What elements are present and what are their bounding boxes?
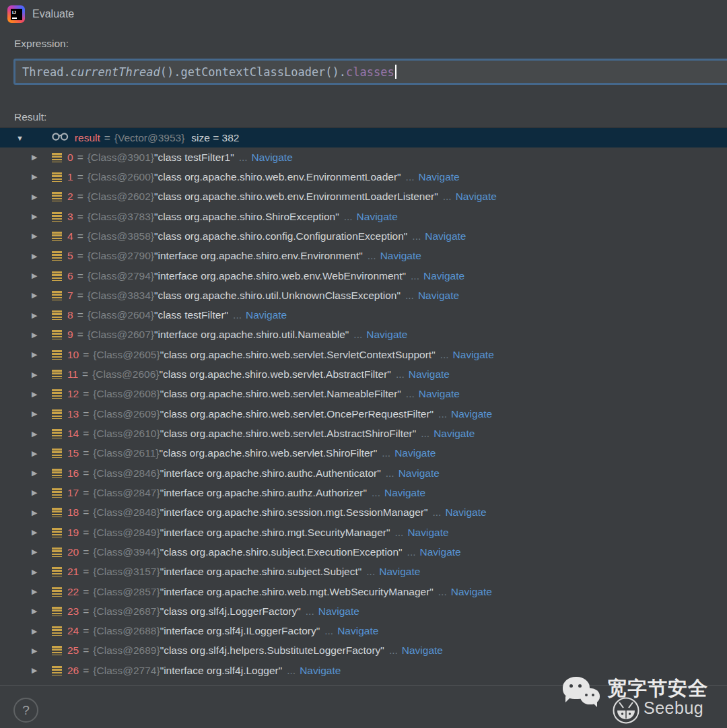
navigate-link[interactable]: Navigate	[384, 487, 425, 499]
expand-arrow-icon[interactable]: ▶	[32, 370, 42, 379]
variable-row[interactable]: ▶ 16 = {Class@2846} "interface org.apach…	[0, 463, 727, 483]
navigate-link[interactable]: Navigate	[445, 506, 486, 519]
navigate-link[interactable]: Navigate	[409, 368, 450, 380]
variable-row[interactable]: ▶ 6 = {Class@2794} "interface org.apache…	[0, 266, 727, 286]
expand-arrow-icon[interactable]: ▶	[32, 153, 42, 162]
ellipsis-text: ...	[361, 684, 378, 686]
equals-sign: =	[79, 447, 93, 459]
expand-arrow-icon[interactable]: ▶	[32, 627, 42, 636]
navigate-link[interactable]: Navigate	[425, 230, 466, 242]
expand-arrow-icon[interactable]: ▶	[32, 430, 42, 438]
element-index: 25	[67, 644, 79, 657]
variable-row[interactable]: ▶ 13 = {Class@2609} "class org.apache.sh…	[0, 404, 727, 424]
equals-sign: =	[79, 349, 93, 361]
expand-arrow-icon[interactable]: ▶	[32, 232, 42, 240]
navigate-link[interactable]: Navigate	[418, 290, 459, 302]
navigate-link[interactable]: Navigate	[420, 546, 461, 558]
result-root-row[interactable]: ▼ result = {Vector@3953} size = 382	[0, 128, 727, 147]
expand-arrow-icon[interactable]: ▶	[32, 172, 42, 181]
navigate-link[interactable]: Navigate	[246, 309, 287, 321]
expand-arrow-icon[interactable]: ▶	[32, 409, 42, 418]
navigate-link[interactable]: Navigate	[419, 388, 460, 400]
navigate-link[interactable]: Navigate	[366, 329, 407, 341]
expand-arrow-icon[interactable]: ▶	[32, 469, 42, 477]
navigate-link[interactable]: Navigate	[434, 428, 475, 440]
navigate-link[interactable]: Navigate	[451, 408, 492, 420]
variable-row[interactable]: ▶ 23 = {Class@2687} "class org.slf4j.Log…	[0, 601, 727, 621]
collapse-arrow-icon[interactable]: ▼	[16, 134, 26, 142]
expand-arrow-icon[interactable]: ▶	[32, 212, 42, 221]
variable-row[interactable]: ▶ 17 = {Class@2847} "interface org.apach…	[0, 483, 727, 502]
expand-arrow-icon[interactable]: ▶	[32, 291, 42, 300]
variable-row[interactable]: ▶ 1 = {Class@2600} "class org.apache.shi…	[0, 167, 727, 187]
variable-row[interactable]: ▶ 26 = {Class@2774} "interface org.slf4j…	[0, 661, 727, 680]
variable-row[interactable]: ▶ 10 = {Class@2605} "class org.apache.sh…	[0, 345, 727, 364]
expand-arrow-icon[interactable]: ▶	[32, 193, 42, 201]
navigate-link[interactable]: Navigate	[380, 250, 421, 262]
expand-arrow-icon[interactable]: ▶	[32, 252, 42, 261]
navigate-link[interactable]: Navigate	[453, 349, 494, 361]
navigate-link[interactable]: Navigate	[399, 467, 440, 479]
help-button[interactable]: ?	[13, 698, 38, 723]
expand-arrow-icon[interactable]: ▶	[32, 587, 42, 596]
variable-row[interactable]: ▶ 2 = {Class@2602} "class org.apache.shi…	[0, 187, 727, 207]
variable-row[interactable]: ▶ 18 = {Class@2848} "interface org.apach…	[0, 503, 727, 523]
variable-row[interactable]: ▶ 11 = {Class@2606} "class org.apache.sh…	[0, 364, 727, 384]
variable-row[interactable]: ▶ 25 = {Class@2689} "class org.slf4j.hel…	[0, 641, 727, 661]
expand-arrow-icon[interactable]: ▶	[32, 271, 42, 280]
navigate-link[interactable]: Navigate	[423, 270, 464, 282]
navigate-link[interactable]: Navigate	[451, 586, 492, 598]
array-element-icon	[52, 232, 62, 241]
variable-row[interactable]: ▶ 12 = {Class@2608} "class org.apache.sh…	[0, 385, 727, 404]
variable-row[interactable]: ▶ 15 = {Class@2611} "class org.apache.sh…	[0, 444, 727, 463]
expand-arrow-icon[interactable]: ▶	[32, 508, 42, 517]
navigate-link[interactable]: Navigate	[402, 644, 443, 657]
ellipsis-text: ...	[384, 644, 402, 657]
expand-arrow-icon[interactable]: ▶	[32, 528, 42, 537]
navigate-link[interactable]: Navigate	[252, 152, 293, 164]
expand-arrow-icon[interactable]: ▶	[32, 449, 42, 458]
variable-row[interactable]: ▶ 24 = {Class@2688} "interface org.slf4j…	[0, 622, 727, 641]
navigate-link[interactable]: Navigate	[456, 191, 497, 203]
navigate-link[interactable]: Navigate	[300, 665, 341, 677]
object-reference: {Class@2687}	[93, 605, 160, 618]
navigate-link[interactable]: Navigate	[407, 527, 448, 539]
variable-row[interactable]: ▶ 14 = {Class@2610} "class org.apache.sh…	[0, 424, 727, 443]
element-index: 18	[67, 506, 79, 519]
navigate-link[interactable]: Navigate	[378, 684, 419, 686]
expand-arrow-icon[interactable]: ▶	[32, 548, 42, 556]
variable-row[interactable]: ▶ 3 = {Class@3783} "class org.apache.shi…	[0, 207, 727, 226]
variable-row[interactable]: ▶ 27 = {Class@2690} "class org.slf4j.hel…	[0, 680, 727, 686]
variable-row[interactable]: ▶ 4 = {Class@3858} "class org.apache.shi…	[0, 226, 727, 246]
expand-arrow-icon[interactable]: ▶	[32, 350, 42, 359]
variable-row[interactable]: ▶ 7 = {Class@3834} "class org.apache.shi…	[0, 286, 727, 305]
element-value: "class org.slf4j.LoggerFactory"	[160, 605, 301, 618]
variable-row[interactable]: ▶ 20 = {Class@3944} "class org.apache.sh…	[0, 542, 727, 562]
variable-row[interactable]: ▶ 5 = {Class@2790} "interface org.apache…	[0, 246, 727, 266]
expand-arrow-icon[interactable]: ▶	[32, 390, 42, 399]
expand-arrow-icon[interactable]: ▶	[32, 311, 42, 320]
element-index: 21	[67, 566, 79, 578]
expand-arrow-icon[interactable]: ▶	[32, 331, 42, 339]
expand-arrow-icon[interactable]: ▶	[32, 607, 42, 616]
variable-row[interactable]: ▶ 19 = {Class@2849} "interface org.apach…	[0, 523, 727, 542]
navigate-link[interactable]: Navigate	[337, 625, 378, 637]
expand-arrow-icon[interactable]: ▶	[32, 488, 42, 497]
variable-row[interactable]: ▶ 21 = {Class@3157} "interface org.apach…	[0, 562, 727, 582]
expression-input[interactable]: Thread.currentThread().getContextClassLo…	[13, 59, 727, 85]
object-reference: {Class@2608}	[93, 388, 160, 400]
variable-row[interactable]: ▶ 22 = {Class@2857} "interface org.apach…	[0, 582, 727, 601]
navigate-link[interactable]: Navigate	[419, 171, 460, 183]
variable-row[interactable]: ▶ 0 = {Class@3901} "class testFilter1" .…	[0, 147, 727, 167]
navigate-link[interactable]: Navigate	[318, 605, 359, 618]
navigate-link[interactable]: Navigate	[379, 566, 420, 578]
variable-row[interactable]: ▶ 8 = {Class@2604} "class testFilter" ..…	[0, 306, 727, 325]
expand-arrow-icon[interactable]: ▶	[32, 647, 42, 655]
equals-sign: =	[100, 132, 114, 144]
navigate-link[interactable]: Navigate	[394, 447, 436, 459]
expand-arrow-icon[interactable]: ▶	[32, 666, 42, 675]
variable-row[interactable]: ▶ 9 = {Class@2607} "interface org.apache…	[0, 325, 727, 345]
array-element-icon	[52, 607, 62, 616]
expand-arrow-icon[interactable]: ▶	[32, 568, 42, 576]
navigate-link[interactable]: Navigate	[357, 211, 398, 223]
